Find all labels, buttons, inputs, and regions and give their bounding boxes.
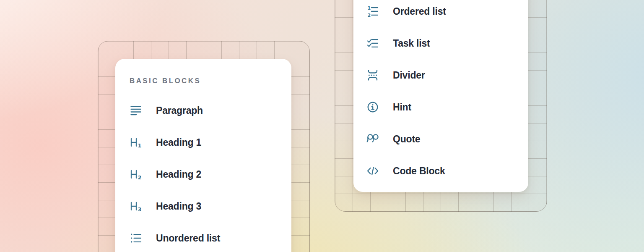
menu-list: 1 2 Ordered list [366, 0, 528, 187]
task-list-icon [366, 37, 379, 50]
menu-item-label: Divider [393, 70, 425, 81]
unordered-list-icon [130, 232, 142, 244]
menu-item-label: Code Block [393, 165, 445, 177]
menu-item-heading-2[interactable]: 2 Heading 2 [130, 158, 291, 190]
menu-item-label: Quote [393, 134, 420, 145]
menu-item-heading-3[interactable]: 3 Heading 3 [130, 190, 291, 222]
menu-item-label: Unordered list [156, 233, 220, 244]
menu-item-ordered-list[interactable]: 1 2 Ordered list [366, 0, 528, 27]
svg-text:2: 2 [138, 174, 142, 181]
menu-item-label: Heading 1 [156, 137, 201, 148]
paragraph-icon [130, 104, 142, 117]
blocks-menu-continued: 1 2 Ordered list [353, 0, 528, 192]
divider-icon [366, 69, 379, 81]
svg-text:2: 2 [368, 13, 371, 18]
menu-item-paragraph[interactable]: Paragraph [130, 94, 291, 126]
svg-text:1: 1 [368, 5, 371, 11]
menu-item-task-list[interactable]: Task list [366, 27, 528, 59]
menu-item-code-block[interactable]: Code Block [366, 155, 528, 187]
section-header: BASIC BLOCKS [130, 74, 291, 88]
menu-item-divider[interactable]: Divider [366, 59, 528, 91]
menu-item-label: Paragraph [156, 105, 203, 116]
menu-item-hint[interactable]: Hint [366, 91, 528, 123]
menu-item-label: Ordered list [393, 6, 446, 17]
quote-icon [366, 133, 379, 145]
menu-item-quote[interactable]: Quote [366, 123, 528, 155]
svg-text:1: 1 [138, 142, 142, 149]
menu-item-label: Task list [393, 38, 430, 49]
menu-item-label: Heading 2 [156, 169, 201, 180]
code-block-icon [366, 165, 379, 177]
menu-list: Paragraph 1 Heading 1 2 [130, 94, 291, 252]
menu-item-label: Hint [393, 102, 411, 113]
basic-blocks-menu: BASIC BLOCKS Paragraph 1 [115, 59, 291, 252]
hint-icon [366, 101, 379, 113]
heading-1-icon: 1 [130, 136, 142, 149]
menu-item-label: Heading 3 [156, 201, 201, 212]
heading-2-icon: 2 [130, 168, 142, 181]
svg-text:3: 3 [138, 206, 142, 213]
menu-item-heading-1[interactable]: 1 Heading 1 [130, 126, 291, 158]
ordered-list-icon: 1 2 [366, 5, 379, 18]
editor-insert-menu-illustration: BASIC BLOCKS Paragraph 1 [0, 0, 644, 252]
menu-item-unordered-list[interactable]: Unordered list [130, 222, 291, 252]
heading-3-icon: 3 [130, 200, 142, 213]
